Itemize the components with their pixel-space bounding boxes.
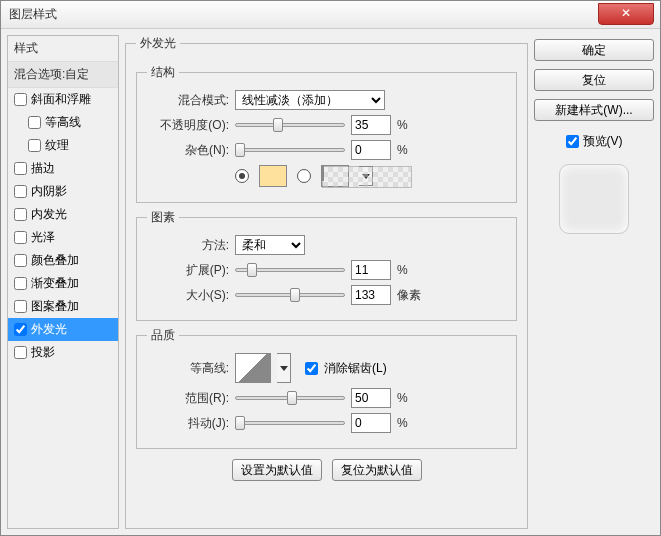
close-icon: ✕: [621, 6, 631, 20]
sidebar-checkbox-6[interactable]: [14, 231, 27, 244]
sidebar-item-4[interactable]: 内阴影: [8, 180, 118, 203]
sidebar-label-2: 纹理: [45, 137, 69, 154]
titlebar: 图层样式 ✕: [1, 1, 660, 29]
element-title: 图素: [147, 209, 179, 226]
sidebar-checkbox-5[interactable]: [14, 208, 27, 221]
antialias-label: 消除锯齿(L): [324, 360, 387, 377]
method-label: 方法:: [147, 237, 229, 254]
sidebar-label-11: 投影: [31, 344, 55, 361]
sidebar-item-6[interactable]: 光泽: [8, 226, 118, 249]
cancel-button[interactable]: 复位: [534, 69, 654, 91]
jitter-input[interactable]: [351, 413, 391, 433]
size-input[interactable]: [351, 285, 391, 305]
sidebar-label-8: 渐变叠加: [31, 275, 79, 292]
sidebar-checkbox-8[interactable]: [14, 277, 27, 290]
sidebar-label-7: 颜色叠加: [31, 252, 79, 269]
main-title: 外发光: [136, 35, 180, 52]
gradient-fill: [322, 165, 324, 181]
opacity-label: 不透明度(O):: [147, 117, 229, 134]
opacity-unit: %: [397, 118, 408, 132]
quality-group: 品质 等高线: 消除锯齿(L) 范围(R): % 抖动(J):: [136, 327, 517, 449]
sidebar-item-3[interactable]: 描边: [8, 157, 118, 180]
sidebar-checkbox-11[interactable]: [14, 346, 27, 359]
sidebar-header: 样式: [8, 36, 118, 62]
sidebar-item-7[interactable]: 颜色叠加: [8, 249, 118, 272]
antialias-checkbox[interactable]: [305, 362, 318, 375]
contour-label: 等高线:: [147, 360, 229, 377]
range-label: 范围(R):: [147, 390, 229, 407]
opacity-slider[interactable]: [235, 116, 345, 134]
size-slider[interactable]: [235, 286, 345, 304]
sidebar-label-5: 内发光: [31, 206, 67, 223]
sidebar-item-1[interactable]: 等高线: [8, 111, 118, 134]
sidebar-item-0[interactable]: 斜面和浮雕: [8, 88, 118, 111]
range-input[interactable]: [351, 388, 391, 408]
color-gradient-radio[interactable]: [297, 169, 311, 183]
jitter-unit: %: [397, 416, 408, 430]
sidebar-checkbox-3[interactable]: [14, 162, 27, 175]
sidebar-item-11[interactable]: 投影: [8, 341, 118, 364]
blend-mode-label: 混合模式:: [147, 92, 229, 109]
spread-label: 扩展(P):: [147, 262, 229, 279]
blend-mode-select[interactable]: 线性减淡（添加）: [235, 90, 385, 110]
sidebar-item-8[interactable]: 渐变叠加: [8, 272, 118, 295]
sidebar-label-9: 图案叠加: [31, 298, 79, 315]
styles-sidebar: 样式 混合选项:自定 斜面和浮雕等高线纹理描边内阴影内发光光泽颜色叠加渐变叠加图…: [7, 35, 119, 529]
ok-button[interactable]: 确定: [534, 39, 654, 61]
jitter-label: 抖动(J):: [147, 415, 229, 432]
preview-label: 预览(V): [583, 133, 623, 150]
sidebar-item-5[interactable]: 内发光: [8, 203, 118, 226]
element-group: 图素 方法: 柔和 扩展(P): % 大小(S):: [136, 209, 517, 321]
sidebar-checkbox-2[interactable]: [28, 139, 41, 152]
preview-thumbnail: [559, 164, 629, 234]
sidebar-label-6: 光泽: [31, 229, 55, 246]
color-solid-radio[interactable]: [235, 169, 249, 183]
contour-dropdown-icon[interactable]: [277, 353, 291, 383]
set-default-button[interactable]: 设置为默认值: [232, 459, 322, 481]
sidebar-checkbox-7[interactable]: [14, 254, 27, 267]
spread-input[interactable]: [351, 260, 391, 280]
reset-default-button[interactable]: 复位为默认值: [332, 459, 422, 481]
preview-checkbox[interactable]: [566, 135, 579, 148]
size-label: 大小(S):: [147, 287, 229, 304]
window-title: 图层样式: [9, 6, 57, 23]
sidebar-label-3: 描边: [31, 160, 55, 177]
sidebar-label-10: 外发光: [31, 321, 67, 338]
noise-unit: %: [397, 143, 408, 157]
sidebar-item-9[interactable]: 图案叠加: [8, 295, 118, 318]
contour-picker[interactable]: [235, 353, 271, 383]
quality-title: 品质: [147, 327, 179, 344]
sidebar-item-10[interactable]: 外发光: [8, 318, 118, 341]
method-select[interactable]: 柔和: [235, 235, 305, 255]
range-unit: %: [397, 391, 408, 405]
opacity-input[interactable]: [351, 115, 391, 135]
sidebar-subheader[interactable]: 混合选项:自定: [8, 62, 118, 88]
sidebar-checkbox-4[interactable]: [14, 185, 27, 198]
right-panel: 确定 复位 新建样式(W)... 预览(V): [534, 35, 654, 529]
new-style-button[interactable]: 新建样式(W)...: [534, 99, 654, 121]
noise-input[interactable]: [351, 140, 391, 160]
main-panel: 外发光 结构 混合模式: 线性减淡（添加） 不透明度(O): %: [125, 35, 528, 529]
size-unit: 像素: [397, 287, 421, 304]
sidebar-label-0: 斜面和浮雕: [31, 91, 91, 108]
jitter-slider[interactable]: [235, 414, 345, 432]
noise-slider[interactable]: [235, 141, 345, 159]
sidebar-label-1: 等高线: [45, 114, 81, 131]
sidebar-label-4: 内阴影: [31, 183, 67, 200]
spread-unit: %: [397, 263, 408, 277]
close-button[interactable]: ✕: [598, 3, 654, 25]
structure-group: 结构 混合模式: 线性减淡（添加） 不透明度(O): % 杂色: [136, 64, 517, 203]
spread-slider[interactable]: [235, 261, 345, 279]
layer-style-dialog: 图层样式 ✕ 样式 混合选项:自定 斜面和浮雕等高线纹理描边内阴影内发光光泽颜色…: [0, 0, 661, 536]
range-slider[interactable]: [235, 389, 345, 407]
noise-label: 杂色(N):: [147, 142, 229, 159]
gradient-swatch[interactable]: [321, 165, 349, 187]
sidebar-checkbox-9[interactable]: [14, 300, 27, 313]
sidebar-checkbox-1[interactable]: [28, 116, 41, 129]
checker-bg: [322, 166, 412, 188]
sidebar-checkbox-0[interactable]: [14, 93, 27, 106]
sidebar-item-2[interactable]: 纹理: [8, 134, 118, 157]
sidebar-checkbox-10[interactable]: [14, 323, 27, 336]
structure-title: 结构: [147, 64, 179, 81]
color-swatch[interactable]: [259, 165, 287, 187]
